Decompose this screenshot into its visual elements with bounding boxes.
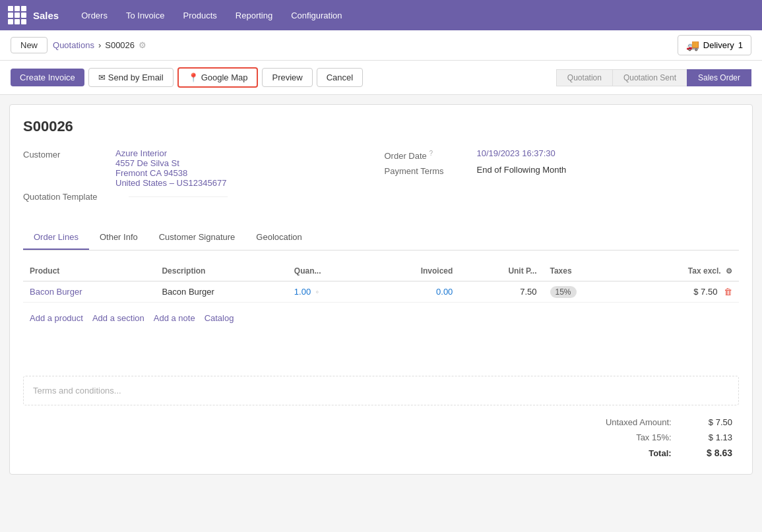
total-value: $ 8.63: [678, 445, 739, 461]
breadcrumb-separator: ›: [98, 40, 101, 50]
status-bar: Quotation Quotation Sent Sales Order: [556, 69, 751, 86]
send-by-email-button[interactable]: ✉ Send by Email: [88, 68, 174, 87]
cancel-button[interactable]: Cancel: [317, 68, 363, 87]
row-quantity: 1.00 ◦: [288, 281, 368, 303]
order-id: S00026: [23, 118, 739, 135]
row-description: Bacon Burger: [155, 281, 287, 303]
row-taxes: 15%: [544, 281, 623, 303]
breadcrumb: Quotations › S00026 ⚙: [53, 40, 146, 50]
tab-customer-signature[interactable]: Customer Signature: [148, 225, 246, 250]
status-sales-order[interactable]: Sales Order: [687, 69, 751, 86]
google-map-button[interactable]: 📍 Google Map: [177, 67, 259, 88]
customer-address3: United States – US12345677: [115, 178, 226, 188]
row-tax-excl: $ 7.50 🗑: [623, 281, 739, 303]
tab-geolocation[interactable]: Geolocation: [245, 225, 312, 250]
untaxed-amount-row: Untaxed Amount: $ 7.50: [554, 415, 739, 430]
total-label: Total:: [554, 445, 678, 461]
order-date-label: Order Date ?: [385, 148, 470, 161]
totals-table: Untaxed Amount: $ 7.50 Tax 15%: $ 1.13 T…: [554, 415, 739, 461]
nav-to-invoice[interactable]: To Invoice: [117, 0, 174, 30]
nav-orders[interactable]: Orders: [72, 0, 117, 30]
tabs: Order Lines Other Info Customer Signatur…: [23, 225, 739, 251]
tax-label: Tax 15%:: [554, 430, 678, 445]
delivery-icon: 🚚: [686, 39, 699, 51]
totals-section: Untaxed Amount: $ 7.50 Tax 15%: $ 1.13 T…: [23, 415, 739, 461]
tax-row: Tax 15%: $ 1.13: [554, 430, 739, 445]
payment-terms-value[interactable]: End of Following Month: [477, 165, 567, 175]
row-invoiced: 0.00: [368, 281, 459, 303]
create-invoice-button[interactable]: Create Invoice: [11, 69, 84, 86]
breadcrumb-parent[interactable]: Quotations: [53, 40, 94, 50]
tab-other-info[interactable]: Other Info: [89, 225, 148, 250]
customer-address2: Fremont CA 94538: [115, 168, 226, 178]
row-unit-price: 7.50: [459, 281, 543, 303]
terms-conditions[interactable]: Terms and conditions...: [23, 376, 739, 405]
table-row: Bacon Burger Bacon Burger 1.00 ◦ 0.00 7.…: [23, 281, 739, 303]
new-button[interactable]: New: [11, 37, 48, 53]
nav-products[interactable]: Products: [174, 0, 226, 30]
order-date-value[interactable]: 10/19/2023 16:37:30: [477, 148, 556, 158]
status-quotation[interactable]: Quotation: [556, 69, 613, 86]
catalog-link[interactable]: Catalog: [205, 313, 234, 323]
quotation-template-value[interactable]: [129, 196, 228, 197]
top-nav: Sales Orders To Invoice Products Reporti…: [0, 0, 762, 30]
unit-icon: ◦: [316, 287, 319, 297]
col-description: Description: [155, 261, 287, 281]
tab-order-lines[interactable]: Order Lines: [23, 225, 89, 250]
tax-value: $ 1.13: [678, 430, 739, 445]
gear-icon[interactable]: ⚙: [139, 40, 146, 50]
col-invoiced: Invoiced: [368, 261, 459, 281]
row-product[interactable]: Bacon Burger: [23, 281, 155, 303]
delivery-button[interactable]: 🚚 Delivery 1: [678, 35, 751, 55]
order-date-help: ?: [429, 150, 433, 157]
add-product-link[interactable]: Add a product: [30, 313, 83, 323]
brand-name[interactable]: Sales: [33, 10, 59, 21]
customer-address1: 4557 De Silva St: [115, 158, 226, 168]
status-quotation-sent[interactable]: Quotation Sent: [612, 69, 687, 86]
add-links: Add a product Add a section Add a note C…: [23, 309, 739, 327]
customer-name[interactable]: Azure Interior: [115, 148, 167, 158]
top-nav-links: Orders To Invoice Products Reporting Con…: [72, 0, 351, 30]
customer-label: Customer: [23, 148, 109, 160]
col-unit-price: Unit P...: [459, 261, 543, 281]
untaxed-label: Untaxed Amount:: [554, 415, 678, 430]
breadcrumb-current: S00026: [105, 40, 135, 50]
main-content: S00026 Customer Azure Interior 4557 De S…: [9, 104, 753, 475]
order-table: Product Description Quan... Invoiced Uni…: [23, 261, 739, 303]
add-note-link[interactable]: Add a note: [154, 313, 195, 323]
map-pin-icon: 📍: [188, 73, 199, 82]
col-tax-excl: Tax excl. ⚙: [623, 261, 739, 281]
col-product: Product: [23, 261, 155, 281]
nav-configuration[interactable]: Configuration: [282, 0, 351, 30]
payment-terms-label: Payment Terms: [385, 165, 470, 176]
action-bar: Create Invoice ✉ Send by Email 📍 Google …: [0, 61, 762, 95]
delivery-label: Delivery: [703, 40, 734, 50]
col-quantity: Quan...: [288, 261, 368, 281]
add-section-link[interactable]: Add a section: [92, 313, 144, 323]
delivery-count: 1: [738, 40, 743, 50]
delete-icon[interactable]: 🗑: [724, 287, 732, 297]
col-taxes: Taxes: [544, 261, 623, 281]
content-spacer: [23, 327, 739, 367]
order-date-field: Order Date ? 10/19/2023 16:37:30: [385, 148, 740, 161]
untaxed-value: $ 7.50: [678, 415, 739, 430]
customer-field: Customer Azure Interior 4557 De Silva St…: [23, 148, 378, 188]
nav-reporting[interactable]: Reporting: [226, 0, 282, 30]
breadcrumb-bar: New Quotations › S00026 ⚙ 🚚 Delivery 1: [0, 30, 762, 61]
quotation-template-field: Quotation Template: [23, 192, 378, 202]
form-grid: Customer Azure Interior 4557 De Silva St…: [23, 148, 739, 212]
total-row: Total: $ 8.63: [554, 445, 739, 461]
payment-terms-field: Payment Terms End of Following Month: [385, 165, 740, 176]
preview-button[interactable]: Preview: [262, 68, 312, 87]
email-icon: ✉: [98, 73, 106, 82]
settings-icon[interactable]: ⚙: [726, 267, 732, 275]
quotation-template-label: Quotation Template: [23, 192, 129, 202]
apps-icon[interactable]: [8, 6, 26, 24]
